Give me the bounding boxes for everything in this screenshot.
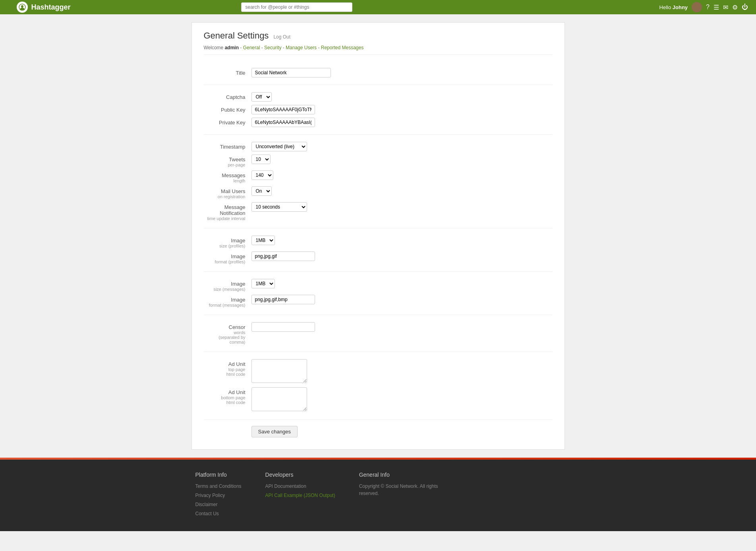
msg-notif-select[interactable]: 10 seconds 30 seconds 60 seconds [251, 202, 307, 212]
title-label: Title [204, 68, 251, 76]
title-input[interactable] [251, 68, 331, 77]
captcha-select[interactable]: Off On [251, 92, 272, 102]
captcha-section: Captcha Off On Public Key [204, 85, 553, 135]
image-format-msg-label: Image format (messages) [204, 295, 251, 307]
ad-top-textarea[interactable] [251, 359, 307, 383]
mail-icon[interactable]: ✉ [723, 4, 728, 11]
messages-select[interactable]: 140 160 280 [251, 170, 273, 180]
messages-label: Messages length [204, 170, 251, 183]
public-key-input[interactable] [251, 105, 315, 114]
svg-point-1 [21, 5, 23, 8]
api-doc-link[interactable]: API Documentation [265, 483, 335, 490]
private-key-label: Private Key [204, 118, 251, 126]
title-control [251, 68, 410, 77]
hello-text: Hello Johny [659, 4, 688, 10]
image-size-profile-select[interactable]: 1MB 2MB 5MB [251, 236, 275, 245]
privacy-link[interactable]: Privacy Policy [195, 492, 242, 499]
breadcrumb-reported[interactable]: Reported Messages [321, 45, 363, 50]
ad-top-control [251, 359, 410, 384]
image-size-profile-row: Image size (profiles) 1MB 2MB 5MB [204, 236, 553, 248]
image-format-profile-label: Image format (profiles) [204, 251, 251, 264]
help-icon[interactable]: ? [706, 4, 710, 11]
ad-bottom-label: Ad Unit bottom pagehtml code [204, 387, 251, 405]
captcha-label: Captcha [204, 92, 251, 100]
mail-users-control: On Off [251, 186, 410, 196]
censor-input[interactable] [251, 322, 315, 332]
ad-bottom-row: Ad Unit bottom pagehtml code [204, 387, 553, 412]
image-size-profile-control: 1MB 2MB 5MB [251, 236, 410, 245]
logout-link[interactable]: Log Out [273, 34, 290, 40]
censor-row: Censor words(separated bycomma) [204, 322, 553, 344]
image-profile-section: Image size (profiles) 1MB 2MB 5MB Image … [204, 228, 553, 272]
image-format-msg-input[interactable] [251, 295, 315, 304]
messages-row: Messages length 140 160 280 [204, 170, 553, 183]
private-key-control [251, 118, 410, 127]
breadcrumb-security[interactable]: Security [264, 45, 281, 50]
censor-control [251, 322, 410, 332]
footer-inner: Platform Info Terms and Conditions Priva… [188, 472, 569, 519]
breadcrumb-general[interactable]: General [243, 45, 260, 50]
footer-developers: Developers API Documentation API Call Ex… [265, 472, 335, 519]
timestamp-label: Timestamp [204, 142, 251, 150]
image-format-profile-input[interactable] [251, 251, 315, 261]
top-navigation: Hashtagger Hello Johny ? ☰ ✉ ⚙ ⏻ [0, 0, 756, 14]
timestamp-select[interactable]: Unconverted (live) Converted [251, 142, 307, 151]
timestamp-control: Unconverted (live) Converted [251, 142, 410, 151]
image-msg-section: Image size (messages) 1MB 2MB 5MB Image … [204, 272, 553, 315]
private-key-input[interactable] [251, 118, 315, 127]
ad-top-row: Ad Unit top pagehtml code [204, 359, 553, 384]
tweets-select[interactable]: 10 20 30 [251, 155, 271, 164]
image-format-msg-row: Image format (messages) [204, 295, 553, 307]
censor-label: Censor words(separated bycomma) [204, 322, 251, 344]
nav-right: Hello Johny ? ☰ ✉ ⚙ ⏻ [659, 2, 748, 12]
image-format-profile-control [251, 251, 410, 261]
title-section: Title [204, 61, 553, 85]
captcha-row: Captcha Off On [204, 92, 553, 102]
tweets-row: Tweets per-page 10 20 30 [204, 155, 553, 167]
copyright-text: Copyright © Social Network. All rights r… [359, 483, 439, 497]
ad-bottom-control [251, 387, 410, 412]
page-title: General Settings [204, 31, 269, 41]
logo-text: Hashtagger [31, 3, 70, 12]
search-input[interactable] [241, 2, 352, 12]
public-key-row: Public Key [204, 105, 553, 114]
site-logo[interactable]: Hashtagger [8, 2, 79, 13]
ad-bottom-textarea[interactable] [251, 387, 307, 411]
chat-icon[interactable]: ☰ [713, 4, 719, 11]
public-key-control [251, 105, 410, 114]
breadcrumb-manage-users[interactable]: Manage Users [286, 45, 317, 50]
private-key-row: Private Key [204, 118, 553, 127]
search-bar [241, 2, 352, 12]
msg-notif-row: MessageNotification time update interval… [204, 202, 553, 221]
image-size-msg-label: Image size (messages) [204, 279, 251, 292]
msg-notif-control: 10 seconds 30 seconds 60 seconds [251, 202, 410, 212]
terms-link[interactable]: Terms and Conditions [195, 483, 242, 490]
logout-icon[interactable]: ⏻ [742, 4, 748, 11]
avatar[interactable] [692, 2, 702, 12]
save-row: Save changes [204, 420, 553, 437]
developers-title: Developers [265, 472, 335, 478]
mail-users-select[interactable]: On Off [251, 186, 272, 196]
censor-section: Censor words(separated bycomma) [204, 315, 553, 352]
contact-link[interactable]: Contact Us [195, 510, 242, 517]
breadcrumb: Welcome admin - General - Security - Man… [204, 45, 553, 55]
timestamp-row: Timestamp Unconverted (live) Converted [204, 142, 553, 151]
messages-control: 140 160 280 [251, 170, 410, 180]
disclaimer-link[interactable]: Disclaimer [195, 501, 242, 508]
mail-users-row: Mail Users on registration On Off [204, 186, 553, 199]
platform-title: Platform Info [195, 472, 242, 478]
api-call-link[interactable]: API Call Example (JSON Output) [265, 492, 335, 499]
page-title-row: General Settings Log Out [204, 31, 553, 41]
image-size-msg-control: 1MB 2MB 5MB [251, 279, 410, 288]
tweets-control: 10 20 30 [251, 155, 410, 164]
mail-users-label: Mail Users on registration [204, 186, 251, 199]
settings-icon[interactable]: ⚙ [732, 4, 738, 11]
main-wrapper: General Settings Log Out Welcome admin -… [188, 14, 569, 458]
image-size-msg-select[interactable]: 1MB 2MB 5MB [251, 279, 275, 288]
captcha-control: Off On [251, 92, 410, 102]
image-format-profile-row: Image format (profiles) [204, 251, 553, 264]
logo-icon [17, 2, 28, 13]
save-button[interactable]: Save changes [251, 426, 298, 437]
timestamp-section: Timestamp Unconverted (live) Converted T… [204, 135, 553, 228]
footer-platform: Platform Info Terms and Conditions Priva… [195, 472, 242, 519]
